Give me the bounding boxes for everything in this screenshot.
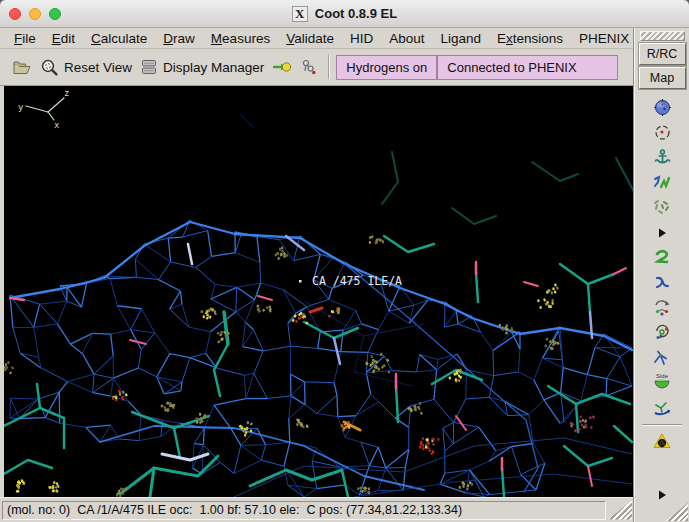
- status-text: (mol. no: 0) CA /1/A/475 ILE occ: 1.00 b…: [7, 503, 462, 517]
- more-tools-button[interactable]: [647, 220, 677, 245]
- recentre-view-button[interactable]: [647, 120, 677, 145]
- rotate-translate-zone-button[interactable]: [647, 295, 677, 320]
- display-manager-label: Display Manager: [163, 60, 264, 75]
- reset-view-button[interactable]: Reset View: [36, 56, 136, 79]
- rotate-translate-icon: [652, 298, 672, 318]
- titlebar: X Coot 0.8.9 EL: [0, 0, 689, 28]
- pepflip-icon: [652, 348, 672, 368]
- vertical-toolbar: Side: [635, 95, 689, 507]
- go-to-atom-button[interactable]: [268, 57, 296, 77]
- toolbar-separator: [328, 55, 329, 79]
- svg-text:x: x: [54, 120, 60, 130]
- menu-file[interactable]: File: [6, 31, 44, 46]
- auto-fit-rotamer-icon: [652, 398, 672, 418]
- menu-ligand[interactable]: Ligand: [432, 31, 489, 46]
- menu-validate[interactable]: Validate: [278, 31, 342, 46]
- graphics-viewport[interactable]: zyxCA /475 ILE/A: [0, 86, 634, 497]
- regularize-zone-button[interactable]: [647, 245, 677, 270]
- menu-edit[interactable]: Edit: [44, 31, 83, 46]
- close-button[interactable]: [9, 8, 21, 20]
- anchor-icon: [653, 148, 672, 167]
- toolbar-drag-handle[interactable]: [640, 31, 685, 41]
- auto-fit-rotamer-button[interactable]: [647, 395, 677, 420]
- rrc-button[interactable]: R/RC: [639, 43, 686, 65]
- mutate-residue-button[interactable]: [647, 429, 677, 454]
- refine-fragment-icon: [652, 198, 672, 217]
- rigid-body-lambda-icon: [653, 273, 672, 292]
- menu-phenix[interactable]: PHENIX: [571, 31, 637, 46]
- map-sphere-icon: [653, 98, 672, 117]
- edit-chi-angles-icon: [652, 323, 672, 343]
- recentre-crosshair-icon: [653, 123, 672, 142]
- label-atom-molecule-icon: [300, 58, 317, 76]
- map-button[interactable]: Map: [639, 67, 686, 89]
- open-coordinates-button[interactable]: [8, 56, 36, 78]
- statusbar-resize-grip[interactable]: [608, 501, 632, 520]
- menu-hid[interactable]: HID: [342, 31, 381, 46]
- status-message-area: (mol. no: 0) CA /1/A/475 ILE occ: 1.00 b…: [2, 501, 606, 520]
- display-manager-stack-icon: [140, 58, 158, 76]
- rigid-body-fit-button[interactable]: [647, 270, 677, 295]
- svg-text:z: z: [64, 88, 69, 98]
- real-space-refine-icon: [652, 173, 672, 192]
- refine-fragment-button[interactable]: [647, 195, 677, 220]
- statusbar: (mol. no: 0) CA /1/A/475 ILE occ: 1.00 b…: [0, 497, 634, 522]
- reset-view-magnifier-icon: [40, 58, 59, 77]
- menu-extensions[interactable]: Extensions: [489, 31, 571, 46]
- svg-text:CA /475 ILE/A: CA /475 ILE/A: [312, 274, 402, 288]
- reset-view-label: Reset View: [64, 60, 132, 75]
- display-manager-button[interactable]: Display Manager: [136, 56, 268, 78]
- pepflip-button[interactable]: [647, 345, 677, 370]
- map-sphere-button[interactable]: [647, 95, 677, 120]
- svg-text:y: y: [18, 102, 24, 112]
- x11-app-icon: X: [292, 6, 308, 22]
- real-space-refine-button[interactable]: [647, 170, 677, 195]
- open-folder-icon: [12, 58, 32, 76]
- menu-draw[interactable]: Draw: [155, 31, 203, 46]
- toolbar: Reset View Display Manager: [0, 49, 634, 86]
- menu-measures[interactable]: Measures: [203, 31, 278, 46]
- hydrogens-toggle-button[interactable]: Hydrogens on: [336, 55, 437, 80]
- menu-about[interactable]: About: [381, 31, 432, 46]
- side-chain-flip-icon: [652, 379, 672, 392]
- menu-calculate[interactable]: Calculate: [83, 31, 155, 46]
- label-atom-button[interactable]: [296, 56, 321, 78]
- zoom-button[interactable]: [49, 8, 61, 20]
- window-title: Coot 0.8.9 EL: [315, 6, 397, 21]
- anchor-pin-button[interactable]: [647, 145, 677, 170]
- traffic-lights: [9, 8, 61, 20]
- expand-triangle-bottom-icon: [655, 488, 669, 502]
- side-chain-flip-button[interactable]: Side: [647, 370, 677, 395]
- phenix-connection-button[interactable]: Connected to PHENIX: [437, 55, 617, 80]
- menubar: File Edit Calculate Draw Measures Valida…: [0, 28, 634, 49]
- more-tools-bottom-button[interactable]: [647, 482, 677, 507]
- right-tool-panel: R/RC Map: [634, 28, 689, 522]
- go-to-atom-icon: [272, 59, 292, 75]
- radiation-mutate-icon: [652, 432, 672, 451]
- expand-triangle-icon: [655, 226, 669, 240]
- panel-separator: [642, 424, 682, 425]
- minimize-button[interactable]: [29, 8, 41, 20]
- molecular-scene[interactable]: zyxCA /475 ILE/A: [4, 86, 634, 497]
- coot-window: X Coot 0.8.9 EL File Edit Calculate Draw…: [0, 0, 689, 522]
- regularize-icon: [653, 248, 672, 267]
- edit-chi-angles-button[interactable]: [647, 320, 677, 345]
